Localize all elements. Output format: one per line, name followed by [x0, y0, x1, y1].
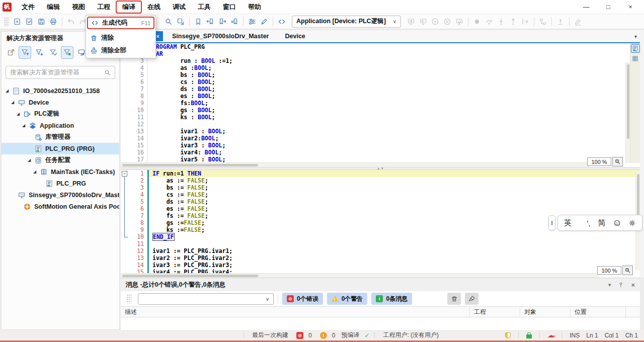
fold-collapse-icon[interactable]: −	[122, 171, 127, 177]
code-line[interactable]: 15 ivar3 : BOOL;	[121, 142, 640, 149]
close-button[interactable]: ×	[626, 3, 635, 11]
bookmark-prev-button[interactable]	[204, 16, 216, 28]
bookmark-next-button[interactable]	[216, 16, 228, 28]
clear-messages-button[interactable]	[447, 293, 461, 305]
code-line[interactable]: 3 bs := FALSE;	[121, 184, 640, 191]
tree-expander-icon[interactable]: ◢	[6, 89, 12, 93]
panel-dropdown-icon[interactable]: ▾	[608, 282, 611, 288]
code-line[interactable]: 13ivar2 := PLC_PRG.ivar2;	[121, 254, 640, 262]
code-line[interactable]: 2 as := FALSE;	[121, 177, 640, 184]
text-view-button[interactable]	[631, 44, 640, 53]
funnel-up-button[interactable]	[19, 46, 31, 59]
tree-item--[interactable]: 库管理器	[2, 131, 119, 143]
menu-窗口[interactable]: 窗口	[217, 1, 242, 13]
messages-table-body[interactable]	[121, 317, 640, 330]
code-line[interactable]: 4 cs := FALSE;	[121, 191, 640, 198]
tree-expander-icon[interactable]: ◢	[22, 123, 29, 128]
tree-item-maintask-iec-tasks-[interactable]: ◢MainTask (IEC-Tasks)	[2, 166, 119, 178]
code-line[interactable]: 13 ivar1 : BOOL;	[121, 128, 640, 135]
menu-工程[interactable]: 工程	[91, 1, 116, 13]
code-line[interactable]: 3 run : BOOL :=1;	[121, 57, 640, 64]
code-line[interactable]: 12ivar1 := PLC_PRG.ivar1;	[121, 247, 640, 254]
code-line[interactable]: 17 ivar5 : BOOL;	[121, 156, 640, 163]
menu-编辑[interactable]: 编辑	[41, 1, 66, 13]
tree-expander-icon[interactable]: ◢	[17, 112, 23, 116]
declaration-vertical-scrollbar[interactable]	[625, 62, 630, 163]
save-button[interactable]	[35, 16, 47, 28]
menu-在线[interactable]: 在线	[141, 1, 167, 13]
messages-filter-combo[interactable]: ∨	[138, 293, 274, 305]
export-button[interactable]	[5, 46, 17, 59]
undo-button[interactable]	[65, 16, 77, 28]
search-replace-button[interactable]	[175, 16, 187, 28]
column-header-工程[interactable]: 工程	[470, 307, 520, 317]
code-line[interactable]: 7 ds : BOOL;	[121, 86, 640, 93]
zoom-magnifier-button[interactable]	[612, 157, 623, 166]
bookmark-clear-button[interactable]	[228, 16, 240, 28]
new-doc-button[interactable]	[11, 16, 23, 28]
code-line[interactable]: 8 es : BOOL;	[121, 93, 640, 100]
pin-icon[interactable]	[618, 282, 624, 288]
code-line[interactable]: 16 ivar4: BOOL;	[121, 149, 640, 156]
write-values-button[interactable]	[572, 16, 584, 28]
play-button[interactable]	[429, 16, 441, 28]
menu-item-清除全部[interactable]: 清除全部	[87, 44, 154, 57]
tree-item-sinsegye_sp7000siodrv_master[interactable]: Sinsegye_SP7000sIoDrv_Master	[2, 189, 119, 201]
reset-button[interactable]	[453, 16, 465, 28]
menu-文件[interactable]: 文件	[16, 1, 41, 13]
error-filter-button[interactable]: ⊘0个错误	[282, 293, 323, 305]
code-line[interactable]: 1PROGRAM PLC_PRG	[121, 43, 640, 50]
bookmark-button[interactable]	[192, 16, 204, 28]
tree-item--[interactable]: ◢任务配置	[2, 154, 119, 166]
pause-button[interactable]	[441, 16, 453, 28]
document-tab-Sinsegye_SP7000sIoDrv_Master[interactable]: Sinsegye_SP7000sIoDrv_Master	[164, 30, 277, 42]
messages-grip-handle[interactable]	[127, 294, 132, 303]
emoji-icon[interactable]	[613, 219, 621, 227]
code-line[interactable]: 6 es := FALSE;	[121, 205, 640, 212]
sliders-button[interactable]	[246, 16, 258, 28]
flow-control-button[interactable]	[537, 16, 549, 28]
code-line[interactable]: 9 fs:BOOL;	[121, 100, 640, 107]
tree-item-device[interactable]: ◢Device	[2, 97, 119, 108]
info-filter-button[interactable]: i0条消息	[371, 293, 412, 305]
logout-button[interactable]	[417, 16, 429, 28]
funnel-box-button[interactable]	[61, 46, 73, 59]
code-line[interactable]: 14 ivar2:BOOL;	[121, 135, 640, 142]
search-input[interactable]	[10, 69, 104, 76]
declaration-editor[interactable]: 1PROGRAM PLC_PRG2VAR3 run : BOOL :=1;4 a…	[121, 43, 640, 167]
code-line[interactable]: 2VAR	[121, 50, 640, 57]
column-header-描述[interactable]: 描述	[121, 307, 470, 317]
menu-item-生成代码[interactable]: 生成代码F11	[87, 17, 154, 29]
code-line[interactable]: 11	[121, 240, 640, 247]
menu-工具[interactable]: 工具	[192, 1, 217, 13]
panel-close-icon[interactable]: ×	[631, 281, 635, 289]
funnel-down-button[interactable]	[33, 46, 45, 59]
run-to-cursor-button[interactable]	[519, 16, 531, 28]
code-line[interactable]: 14ivar3 := PLC_PRG.ivar3;	[121, 262, 640, 269]
tree-item-softmotion-general-axis-pool[interactable]: SoftMotion General Axis Pool	[2, 201, 119, 212]
document-tab-Device[interactable]: Device	[277, 30, 313, 42]
code-line[interactable]: 5 bs : BOOL;	[121, 71, 640, 78]
search-button[interactable]	[163, 16, 175, 28]
warning-filter-button[interactable]: !0个警告	[327, 293, 368, 305]
minimize-button[interactable]: —	[582, 3, 591, 11]
cloud-offline-icon[interactable]: ☁×	[547, 332, 554, 338]
declaration-horizontal-scrollbar[interactable]	[121, 162, 589, 167]
code-button[interactable]	[276, 16, 288, 28]
ime-simplified-mode[interactable]: 简	[598, 218, 606, 228]
menu-视图[interactable]: 视图	[66, 1, 91, 13]
tree-expander-icon[interactable]: ◢	[11, 100, 18, 105]
table-view-button[interactable]	[631, 54, 640, 63]
check-doc-button[interactable]	[23, 16, 35, 28]
tree-item-plc_prg[interactable]: PLC_PRG	[2, 178, 119, 189]
security-shield-icon[interactable]	[505, 332, 511, 338]
step-into-button[interactable]	[495, 16, 507, 28]
tree-item-application[interactable]: ◢Application	[2, 120, 119, 131]
implementation-horizontal-scrollbar[interactable]	[121, 273, 599, 278]
tab-overflow-icon[interactable]: ▾	[634, 30, 640, 42]
code-line[interactable]: 12	[121, 121, 640, 128]
code-line[interactable]: 6 cs : BOOL;	[121, 78, 640, 86]
active-application-combo[interactable]: Application [Device: PLC逻辑] ∨	[292, 16, 401, 28]
menu-编译[interactable]: 编译	[116, 1, 141, 13]
lock-icon[interactable]	[526, 334, 532, 338]
